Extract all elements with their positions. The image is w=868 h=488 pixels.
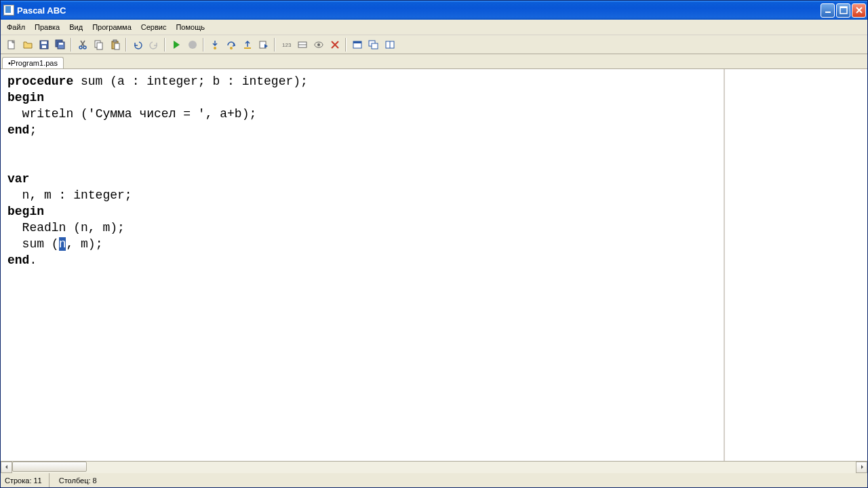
svg-rect-5 <box>41 41 47 44</box>
kw: end <box>7 123 29 137</box>
scroll-track[interactable] <box>12 462 856 473</box>
h-scrollbar[interactable] <box>1 461 867 472</box>
svg-rect-0 <box>825 12 831 13</box>
separator <box>71 38 72 52</box>
svg-point-11 <box>83 46 86 49</box>
code: . <box>29 253 37 267</box>
svg-rect-20 <box>244 47 251 49</box>
menu-service[interactable]: Сервис <box>136 21 172 33</box>
svg-point-10 <box>79 46 82 49</box>
separator <box>164 38 165 52</box>
stop-icon[interactable] <box>184 37 200 52</box>
window1-icon[interactable] <box>349 37 365 52</box>
code: Readln (n, m); <box>7 221 125 235</box>
svg-rect-15 <box>113 40 117 42</box>
save-icon[interactable] <box>36 37 52 52</box>
svg-point-18 <box>214 47 216 49</box>
menu-view[interactable]: Вид <box>64 21 87 33</box>
svg-point-19 <box>230 47 233 49</box>
scroll-right-icon[interactable] <box>856 462 867 473</box>
tab-bar: •Program1.pas <box>1 54 867 69</box>
window3-icon[interactable] <box>382 37 397 52</box>
string: 'Сумма чисел = ' <box>88 107 205 121</box>
code: writeln ( <box>7 107 88 121</box>
run-to-cursor-icon[interactable] <box>256 37 271 52</box>
kw: begin <box>7 91 44 104</box>
side-panel <box>725 69 867 461</box>
step-over-icon[interactable] <box>223 37 239 52</box>
svg-rect-13 <box>97 43 102 49</box>
copy-icon[interactable] <box>91 37 106 52</box>
window-title: Pascal ABC <box>17 5 821 16</box>
code: sum (a : integer; b : integer); <box>73 75 308 88</box>
code: sum ( <box>7 237 59 251</box>
undo-icon[interactable] <box>130 37 145 52</box>
selection: n <box>59 237 66 251</box>
clear-icon[interactable] <box>327 37 342 52</box>
watch-icon[interactable]: 123 <box>278 37 294 52</box>
scroll-left-icon[interactable] <box>1 462 12 473</box>
menu-edit[interactable]: Правка <box>30 21 64 33</box>
svg-point-26 <box>317 43 320 46</box>
run-icon[interactable] <box>168 37 184 52</box>
app-window: Pascal ABC Файл Правка Вид Программа Сер… <box>0 0 868 488</box>
svg-text:123: 123 <box>282 42 292 48</box>
svg-point-17 <box>189 41 197 49</box>
paste-icon[interactable] <box>107 37 123 52</box>
statusbar: Строка: 11 Столбец: 8 <box>1 472 867 487</box>
kw: end <box>7 253 29 267</box>
open-file-icon[interactable] <box>20 37 35 52</box>
close-button[interactable] <box>852 3 866 18</box>
svg-rect-30 <box>372 43 378 49</box>
status-col: Столбец: 8 <box>59 473 104 487</box>
code-editor[interactable]: procedure sum (a : integer; b : integer)… <box>1 69 725 461</box>
save-all-icon[interactable] <box>52 37 68 52</box>
menu-help[interactable]: Помощь <box>171 21 210 33</box>
minimize-button[interactable] <box>821 3 835 18</box>
new-file-icon[interactable] <box>3 37 19 52</box>
separator <box>125 38 127 52</box>
menu-file[interactable]: Файл <box>2 21 30 33</box>
window2-icon[interactable] <box>366 37 381 52</box>
editor-area: procedure sum (a : integer; b : integer)… <box>1 69 867 461</box>
separator <box>345 38 347 52</box>
kw: procedure <box>7 75 73 88</box>
svg-rect-6 <box>42 45 46 48</box>
local-vars-icon[interactable] <box>294 37 310 52</box>
step-out-icon[interactable] <box>239 37 255 52</box>
svg-rect-16 <box>115 43 119 49</box>
step-into-icon[interactable] <box>207 37 222 52</box>
separator <box>274 38 275 52</box>
svg-rect-28 <box>353 41 361 43</box>
redo-icon[interactable] <box>146 37 161 52</box>
app-icon <box>3 5 14 16</box>
maximize-button[interactable] <box>836 3 850 18</box>
code: , a+b); <box>205 107 257 121</box>
code: , m); <box>66 237 102 251</box>
svg-rect-2 <box>840 7 847 8</box>
status-line: Строка: 11 <box>5 473 50 487</box>
tab-program1[interactable]: •Program1.pas <box>2 57 64 68</box>
scroll-thumb[interactable] <box>12 462 87 472</box>
cut-icon[interactable] <box>75 37 90 52</box>
toolbar: 123 <box>1 35 867 54</box>
kw: var <box>7 172 29 186</box>
code: ; <box>29 123 37 137</box>
menubar: Файл Правка Вид Программа Сервис Помощь <box>1 20 867 35</box>
separator <box>203 38 204 52</box>
code: n, m : integer; <box>7 188 132 202</box>
expr-icon[interactable] <box>311 37 326 52</box>
svg-rect-9 <box>59 43 63 45</box>
menu-program[interactable]: Программа <box>87 21 136 33</box>
titlebar: Pascal ABC <box>1 1 867 20</box>
window-controls <box>821 3 866 18</box>
kw: begin <box>7 205 44 218</box>
